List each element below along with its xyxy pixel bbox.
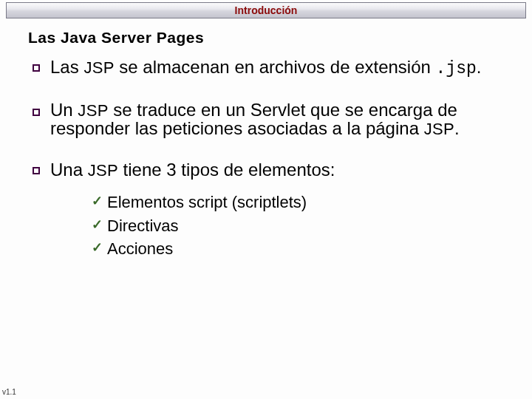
bullet-text-2: Un JSP se traduce en un Servlet que se e… [50, 101, 510, 137]
text-fragment: Un [50, 100, 78, 120]
bullet-text-1: Las JSP se almacenan en archivos de exte… [50, 57, 481, 79]
jsp-smallcaps: JSP [83, 58, 114, 77]
jsp-smallcaps: JSP [88, 161, 118, 180]
version-label: v1.1 [2, 388, 16, 396]
text-fragment: Las [50, 57, 83, 77]
content: Las JSP se almacenan en archivos de exte… [33, 57, 510, 259]
text-fragment: se almacenan en archivos de extensión [115, 57, 436, 77]
bullet-text-3: Una JSP tiene 3 tipos de elementos: [50, 160, 335, 180]
check-icon: ✓ [92, 241, 103, 254]
header-title: Introducción [235, 4, 298, 16]
bullet-item-3: Una JSP tiene 3 tipos de elementos: [33, 160, 510, 180]
check-item-2: ✓ Directivas [92, 216, 510, 236]
text-fragment: . [477, 57, 482, 77]
checklist: ✓ Elementos script (scriptlets) ✓ Direct… [92, 192, 510, 259]
header-bar: Introducción [6, 2, 526, 18]
square-bullet-icon [33, 167, 40, 174]
check-item-3: ✓ Acciones [92, 239, 510, 259]
check-text: Elementos script (scriptlets) [107, 192, 307, 213]
jsp-smallcaps: JSP [424, 120, 454, 138]
bullet-item-1: Las JSP se almacenan en archivos de exte… [33, 57, 510, 79]
square-bullet-icon [33, 64, 40, 72]
page-title: Las Java Server Pages [28, 29, 532, 47]
text-fragment: . [454, 118, 460, 138]
jsp-smallcaps: JSP [78, 101, 108, 120]
extension-mono: .jsp [436, 59, 477, 78]
check-icon: ✓ [92, 194, 103, 208]
square-bullet-icon [33, 109, 40, 116]
check-item-1: ✓ Elementos script (scriptlets) [92, 192, 510, 213]
text-fragment: se traduce en un Servlet que se encarga … [50, 100, 457, 137]
text-fragment: Una [50, 160, 88, 180]
text-fragment: tiene 3 tipos de elementos: [118, 160, 335, 180]
bullet-item-2: Un JSP se traduce en un Servlet que se e… [33, 101, 510, 137]
check-icon: ✓ [92, 218, 103, 231]
check-text: Acciones [107, 239, 173, 259]
check-text: Directivas [107, 216, 179, 236]
